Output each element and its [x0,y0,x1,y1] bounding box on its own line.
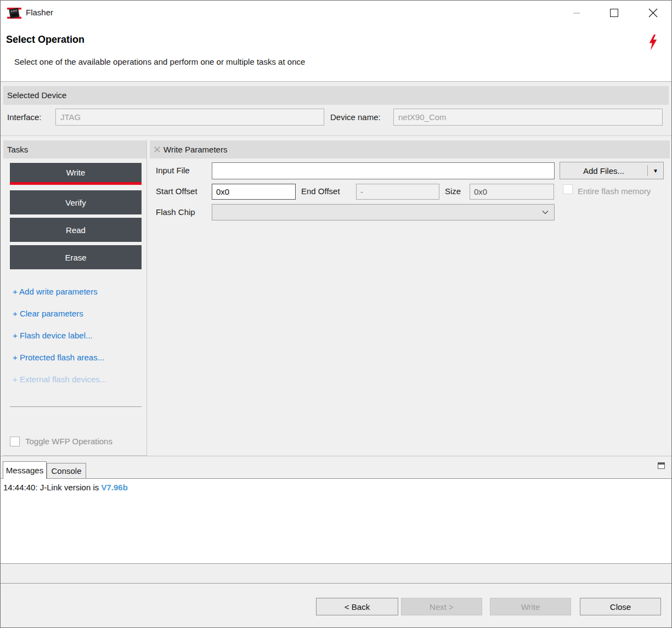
device-name-label: Device name: [330,112,381,122]
panels-bottom-divider [1,456,671,456]
start-offset-label: Start Offset [156,186,197,196]
add-files-button[interactable]: Add Files... ▼ [560,162,664,179]
tasks-header: Tasks [3,140,146,159]
selected-device-section: Selected Device Interface: Device name: [1,82,671,136]
dock-panel-icon[interactable] [658,462,665,469]
maximize-button[interactable] [601,1,626,25]
splitter-handle[interactable] [1,563,671,584]
device-name-field [393,109,663,126]
flasher-app-icon [7,5,22,21]
task-verify-button[interactable]: Verify [10,190,142,214]
protected-flash-areas-link[interactable]: + Protected flash areas... [13,353,104,362]
flash-chip-label: Flash Chip [156,207,195,217]
entire-flash-checkbox [563,184,573,194]
add-write-parameters-link[interactable]: + Add write parameters [13,287,98,296]
minimize-button [564,1,589,25]
log-version-text: V7.96b [101,483,127,492]
flash-device-label-link[interactable]: + Flash device label... [13,331,93,340]
window-title: Flasher [26,8,53,17]
messages-log: 14:44:40: J-Link version is V7.96b [1,479,671,563]
start-offset-field[interactable] [212,184,296,200]
page-header: Select Operation Select one of the avail… [1,25,671,82]
task-write-button[interactable]: Write [10,163,142,185]
task-read-button[interactable]: Read [10,218,142,242]
write-parameters-header: Write Parameters [150,140,670,159]
page-title: Select Operation [6,34,84,46]
tasks-panel: Tasks Write Verify Read Erase + Add writ… [3,140,147,456]
write-parameters-panel: Write Parameters Input File Add Files...… [150,140,670,456]
tasks-divider [10,406,142,407]
page-subtitle: Select one of the available operations a… [14,57,305,66]
toggle-wfp-checkbox[interactable] [10,437,20,446]
selected-device-header: Selected Device [3,86,669,105]
external-flash-devices-link: + External flash devices... [13,375,106,384]
end-offset-field [356,184,439,200]
add-files-label: Add Files... [560,166,647,176]
add-files-dropdown-icon[interactable]: ▼ [648,168,663,174]
end-offset-label: End Offset [301,186,340,196]
close-icon [648,8,658,18]
messages-tab-bar: Messages Console [1,461,671,479]
title-bar: Flasher [1,1,671,25]
input-file-field[interactable] [212,162,555,179]
flash-chip-select [212,204,555,220]
tab-console[interactable]: Console [47,463,86,479]
back-button[interactable]: < Back [316,598,398,615]
size-label: Size [445,186,461,196]
interface-field [55,109,324,126]
size-field [470,184,554,200]
next-button: Next > [401,598,482,615]
write-parameters-title: Write Parameters [163,140,227,159]
flasher-window: Flasher Select Operation Select one of t… [0,0,672,628]
close-footer-button[interactable]: Close [580,598,661,615]
write-footer-button: Write [490,598,571,615]
footer-bar: < Back Next > Write Close [1,584,671,628]
lightning-icon [647,35,659,53]
interface-label: Interface: [7,112,42,122]
clear-parameters-link[interactable]: + Clear parameters [13,309,83,318]
input-file-label: Input File [156,166,190,175]
float-panel-icon[interactable] [154,146,160,152]
toggle-wfp-label: Toggle WFP Operations [25,437,112,446]
task-erase-button[interactable]: Erase [10,245,142,269]
tab-messages[interactable]: Messages [3,461,47,479]
log-line-text: 14:44:40: J-Link version is [3,483,101,492]
entire-flash-label: Entire flash memory [578,186,651,196]
maximize-icon [610,9,618,17]
minimize-icon [573,13,580,14]
chevron-down-icon [542,210,549,214]
close-button[interactable] [640,1,665,25]
